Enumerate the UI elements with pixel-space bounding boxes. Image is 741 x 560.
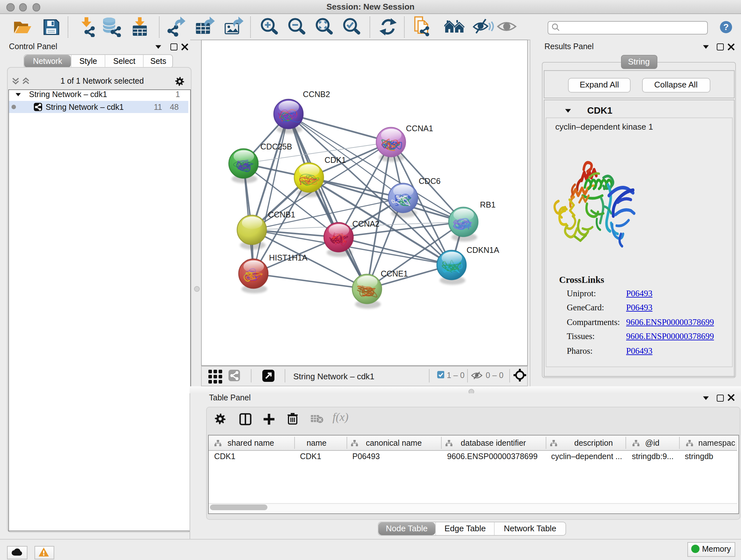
svg-text:CCNB1: CCNB1	[268, 210, 295, 219]
svg-text:CDC6: CDC6	[418, 177, 441, 186]
svg-text:HIST1H1A: HIST1H1A	[269, 253, 307, 262]
svg-text:CCNA2: CCNA2	[352, 219, 379, 228]
svg-text:CDC25B: CDC25B	[260, 142, 292, 151]
svg-text:CCNA1: CCNA1	[406, 124, 433, 133]
svg-text:CDKN1A: CDKN1A	[466, 246, 499, 254]
svg-text:CDK1: CDK1	[324, 155, 346, 165]
svg-text:CCNE1: CCNE1	[381, 269, 408, 278]
svg-text:RB1: RB1	[480, 200, 495, 209]
svg-text:CCNB2: CCNB2	[302, 90, 330, 99]
